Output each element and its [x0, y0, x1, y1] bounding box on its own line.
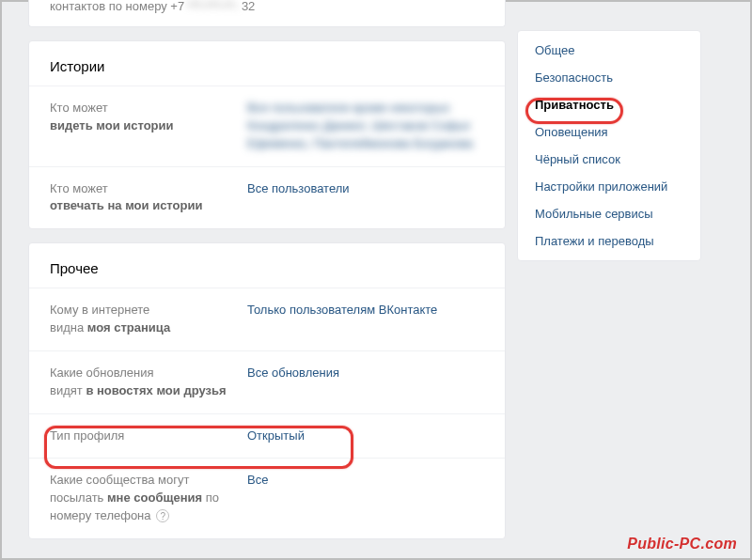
section-title-other: Прочее: [29, 243, 505, 288]
contacts-truncated-text: контактов по номеру +7 ***-***-**- 32: [29, 0, 505, 23]
settings-sidebar: Общее Безопасность Приватность Оповещени…: [517, 30, 701, 261]
main-column: контактов по номеру +7 ***-***-**- 32 Ис…: [28, 2, 506, 558]
sidebar-item-mobile[interactable]: Мобильные сервисы: [518, 200, 700, 227]
row-page-visibility: Кому в интернете видна моя страница Толь…: [29, 288, 505, 350]
panel-contacts-cutoff: контактов по номеру +7 ***-***-**- 32: [28, 0, 506, 27]
sidebar-item-notifications[interactable]: Оповещения: [518, 118, 700, 146]
panel-stories: Истории Кто может видеть мои истории Все…: [28, 40, 506, 229]
value-news-updates[interactable]: Все обновления: [247, 365, 484, 382]
row-reply-stories: Кто может отвечать на мои истории Все по…: [29, 166, 505, 229]
help-icon[interactable]: ?: [156, 509, 169, 522]
sidebar-column: Общее Безопасность Приватность Оповещени…: [517, 2, 701, 558]
label-see-stories: Кто может видеть мои истории: [50, 100, 247, 135]
sidebar-item-app-settings[interactable]: Настройки приложений: [518, 173, 700, 200]
label-news-updates: Какие обновления видят в новостях мои др…: [50, 365, 247, 400]
sidebar-item-privacy[interactable]: Приватность: [518, 91, 700, 118]
label-profile-type: Тип профиля: [50, 428, 247, 445]
sidebar-item-blacklist[interactable]: Чёрный список: [518, 146, 700, 173]
label-page-visibility: Кому в интернете видна моя страница: [50, 302, 247, 337]
sidebar-item-general[interactable]: Общее: [518, 37, 700, 64]
row-profile-type: Тип профиля Открытый: [29, 413, 505, 459]
label-community-messages: Какие сообщества могут посылать мне сооб…: [50, 472, 247, 525]
value-profile-type[interactable]: Открытый: [247, 428, 484, 445]
sidebar-item-security[interactable]: Безопасность: [518, 64, 700, 91]
watermark: Public-PC.com: [627, 536, 737, 552]
row-community-messages: Какие сообщества могут посылать мне сооб…: [29, 458, 505, 538]
value-page-visibility[interactable]: Только пользователям ВКонтакте: [247, 302, 484, 319]
row-see-stories: Кто может видеть мои истории Все пользов…: [29, 86, 505, 166]
value-reply-stories[interactable]: Все пользователи: [247, 180, 484, 198]
row-news-updates: Какие обновления видят в новостях мои др…: [29, 350, 505, 413]
section-title-stories: Истории: [29, 41, 505, 86]
sidebar-item-payments[interactable]: Платежи и переводы: [518, 227, 700, 255]
label-reply-stories: Кто может отвечать на мои истории: [50, 180, 247, 216]
panel-other: Прочее Кому в интернете видна моя страни…: [28, 242, 506, 539]
value-community-messages[interactable]: Все: [247, 472, 484, 490]
value-see-stories[interactable]: Все пользователи кроме некоторых Кондрат…: [247, 100, 484, 153]
